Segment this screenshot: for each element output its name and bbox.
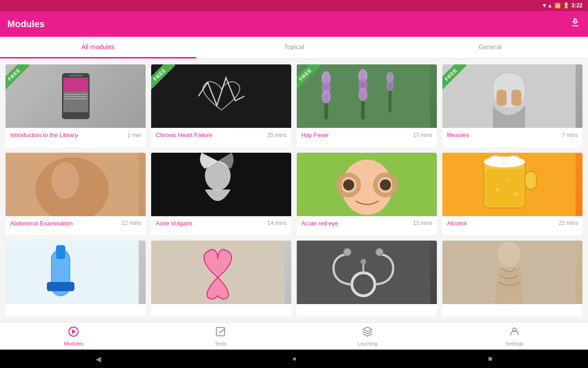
battery-icon: 🔋 (563, 2, 570, 9)
card-info-asthma (6, 304, 146, 311)
tab-all-modules[interactable]: All modules (0, 37, 196, 58)
card-title-abdomen: Abdominal Examination (10, 220, 119, 227)
card-image-acuteye (297, 153, 437, 216)
card-title-measles: Measles (447, 132, 559, 138)
module-card-acuteye[interactable]: Acute red eye 13 mins (297, 153, 437, 236)
status-icons: ▼▲ 📶 🔋 3:22 (542, 2, 582, 9)
svg-rect-46 (56, 245, 65, 259)
tests-icon (215, 326, 226, 340)
module-card-alcohol[interactable]: Alcohol 22 mins (442, 153, 582, 236)
card-image-acne (151, 153, 291, 216)
svg-point-15 (358, 87, 368, 101)
svg-rect-4 (64, 94, 87, 95)
wifi-icon: ▼▲ (542, 2, 553, 9)
card-image-stethoscope (297, 241, 437, 304)
card-image-cancer (151, 241, 291, 304)
svg-point-52 (376, 248, 383, 256)
bottom-nav: Modules Tests Learning Settings (0, 322, 588, 350)
module-card-abdomen[interactable]: Abdominal Examination 22 mins (6, 153, 146, 236)
home-button[interactable]: ● (292, 355, 297, 363)
card-duration-alcohol: 22 mins (559, 220, 578, 226)
svg-rect-58 (216, 328, 225, 336)
module-card-library[interactable]: FREE Introduction to the Library 1 min (6, 64, 146, 147)
module-card-acne[interactable]: Acne Vulgaris 14 mins (151, 153, 291, 236)
android-nav: ◀ ● ■ (0, 350, 588, 368)
recent-button[interactable]: ■ (488, 355, 492, 363)
learning-icon (362, 326, 373, 340)
card-image-measles: FREE (442, 64, 582, 128)
nav-tests[interactable]: Tests (147, 322, 294, 350)
nav-tests-label: Tests (215, 341, 226, 346)
svg-point-39 (507, 155, 520, 167)
download-icon[interactable] (570, 17, 581, 31)
module-card-stethoscope[interactable] (297, 241, 437, 316)
module-card-asthma[interactable] (6, 241, 146, 316)
svg-point-42 (508, 179, 510, 182)
card-image-heart: FREE (151, 64, 291, 128)
tab-general[interactable]: General (392, 37, 588, 58)
card-info-heart: Chronic Heart Failure 25 mins (151, 128, 291, 142)
card-info-hayfever: Hay Fever 17 mins (297, 128, 437, 142)
card-title-library: Introduction to the Library (10, 132, 125, 138)
module-card-cancer[interactable] (151, 241, 291, 316)
svg-point-53 (361, 259, 366, 264)
nav-modules[interactable]: Modules (0, 322, 147, 350)
module-card-muscles[interactable] (442, 241, 582, 316)
card-image-muscles (442, 241, 582, 304)
page-title: Modules (7, 19, 45, 29)
module-card-measles[interactable]: FREE Measles 7 mins (442, 64, 582, 147)
svg-rect-44 (6, 241, 139, 304)
svg-rect-6 (64, 98, 87, 99)
card-image-asthma (6, 241, 146, 304)
signal-icon: 📶 (554, 3, 561, 9)
svg-point-32 (343, 179, 354, 190)
svg-rect-40 (485, 169, 524, 207)
status-time: 3:22 (571, 2, 582, 9)
card-info-abdomen: Abdominal Examination 22 mins (6, 216, 146, 230)
svg-point-41 (496, 188, 499, 191)
modules-icon (68, 326, 79, 340)
svg-point-43 (514, 192, 518, 196)
card-image-abdomen (6, 153, 146, 216)
tabs-bar: All modules Topical General (0, 37, 588, 59)
svg-rect-21 (497, 90, 507, 106)
svg-rect-5 (64, 96, 87, 97)
card-info-cancer (151, 304, 291, 311)
modules-grid: FREE Introduction to the Library 1 min F… (0, 59, 588, 322)
app-bar: Modules (0, 11, 588, 37)
card-info-stethoscope (297, 304, 437, 311)
card-info-acne: Acne Vulgaris 14 mins (151, 216, 291, 230)
card-duration-heart: 25 mins (267, 132, 287, 138)
free-badge-heart: FREE (151, 64, 187, 100)
back-button[interactable]: ◀ (96, 355, 101, 363)
nav-settings[interactable]: Settings (441, 322, 588, 350)
svg-point-11 (322, 90, 331, 104)
card-image-hayfever: FREE (297, 64, 437, 128)
card-title-heart: Chronic Heart Failure (156, 132, 265, 138)
svg-point-33 (380, 179, 391, 190)
card-image-alcohol (442, 153, 582, 216)
card-info-acuteye: Acute red eye 13 mins (297, 216, 437, 230)
settings-icon (509, 326, 520, 340)
card-duration-library: 1 min (128, 132, 141, 138)
nav-modules-label: Modules (64, 341, 83, 346)
card-title-acne: Acne Vulgaris (156, 220, 265, 227)
card-duration-acuteye: 13 mins (413, 220, 432, 226)
nav-learning-label: Learning (358, 341, 378, 346)
svg-marker-57 (72, 329, 76, 334)
svg-point-51 (344, 248, 351, 256)
nav-learning[interactable]: Learning (294, 322, 441, 350)
card-image-library: FREE (6, 64, 146, 128)
tab-topical[interactable]: Topical (196, 37, 392, 58)
card-duration-abdomen: 22 mins (122, 220, 141, 226)
card-info-alcohol: Alcohol 22 mins (442, 216, 582, 230)
card-title-acuteye: Acute red eye (301, 220, 410, 227)
nav-settings-label: Settings (505, 341, 524, 346)
card-info-muscles (442, 304, 582, 311)
card-duration-measles: 7 mins (562, 132, 578, 138)
svg-point-25 (51, 162, 79, 199)
svg-point-18 (386, 80, 394, 91)
module-card-hayfever[interactable]: FREE Hay Fever 17 mins (297, 64, 437, 147)
module-card-heart[interactable]: FREE Chronic Heart Failure 25 mins (151, 64, 291, 147)
svg-point-38 (488, 155, 502, 167)
